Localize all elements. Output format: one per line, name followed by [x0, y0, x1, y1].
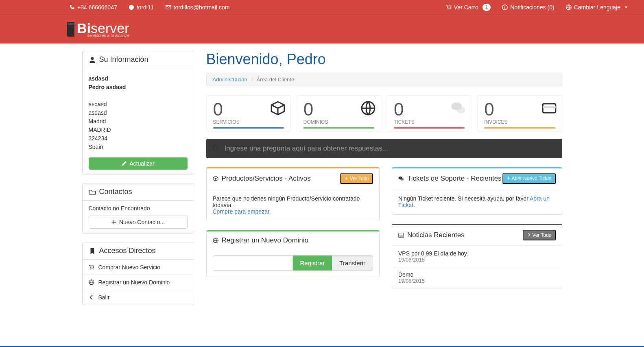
panel-title: Accesos Directos	[99, 247, 156, 255]
search-input[interactable]	[225, 144, 556, 153]
stat-invoices[interactable]: 0 INVOICES	[477, 95, 562, 131]
globe-icon	[566, 4, 572, 10]
user-country: Spain	[89, 144, 103, 150]
stat-domains[interactable]: 0 DOMINIOS	[297, 95, 381, 131]
card-products: Productos/Servicios - Activos Ver Todo P…	[206, 167, 380, 221]
cart-badge: 1	[482, 4, 491, 11]
user-name: Pedro asdasd	[89, 84, 126, 90]
user-state: MADRID	[89, 127, 111, 133]
user-icon	[89, 56, 96, 63]
cube-icon	[213, 176, 218, 181]
globe-icon	[360, 100, 376, 116]
info-icon	[502, 4, 508, 10]
register-button[interactable]: Registrar	[293, 255, 332, 271]
search-icon	[212, 145, 219, 152]
card-tickets: Tickets de Soporte - Recientes Abrir Nue…	[392, 167, 562, 215]
comments-icon	[451, 100, 466, 116]
panel-shortcuts: Accesos Directos Comprar Nuevo Servicio …	[82, 242, 194, 305]
panel-title: Contactos	[99, 188, 132, 196]
user-city: Madrid	[89, 118, 106, 124]
breadcrumb-home[interactable]: Administración	[213, 76, 247, 83]
folder-icon	[89, 188, 96, 196]
card-icon	[541, 100, 557, 116]
pencil-icon	[121, 161, 127, 166]
cart-icon	[446, 4, 452, 10]
plus-icon	[506, 176, 511, 180]
contacts-empty: Contacto no Encontrado	[83, 201, 194, 216]
cube-icon	[270, 100, 286, 116]
products-view-all-button[interactable]: Ver Todo	[340, 173, 373, 184]
envelope-icon	[166, 4, 171, 10]
plus-icon	[344, 176, 348, 180]
breadcrumb: Administración / Área del Cliente	[206, 73, 562, 86]
globe-icon	[89, 279, 94, 285]
user-zip: 324234	[89, 135, 108, 142]
cart-icon	[89, 264, 94, 270]
news-icon	[398, 232, 404, 238]
user-addr2: asdasd	[89, 109, 107, 116]
new-contact-button[interactable]: Nuevo Contacto...	[89, 216, 188, 229]
breadcrumb-current: Área del Cliente	[257, 76, 295, 83]
user-company: asdasd	[89, 75, 108, 82]
server-icon	[67, 22, 74, 37]
panel-user-info: Su Información asdasd Pedro asdasd asdas…	[82, 51, 194, 175]
topbar-notifications[interactable]: Notificaciones (0)	[502, 4, 554, 11]
phone-icon	[69, 4, 75, 10]
transfer-button[interactable]: Transferir	[332, 255, 373, 271]
skype-icon	[129, 4, 134, 10]
panel-title: Su Información	[99, 55, 148, 64]
card-register-domain: Registrar un Nuevo Dominio Registrar Tra…	[206, 230, 380, 277]
topbar-cart[interactable]: Ver Carro1	[446, 4, 491, 11]
brand-logo[interactable]: Biserver servidores a tu alcanze	[67, 21, 129, 38]
shortcut-logout[interactable]: Salir	[83, 290, 194, 305]
plus-icon	[111, 219, 117, 225]
open-ticket-button[interactable]: Abrir Nuevo Ticket	[502, 173, 556, 184]
user-addr1: asdasd	[89, 101, 107, 107]
topbar-phone[interactable]: +34 666666047	[69, 4, 117, 11]
comments-icon	[398, 176, 404, 181]
news-item[interactable]: Demo 19/08/2015	[392, 267, 562, 288]
page-title: Bienvenido, Pedro	[206, 51, 562, 68]
arrow-left-icon	[89, 295, 94, 300]
topbar-email[interactable]: tordillos@hotmail.com	[166, 4, 230, 11]
stat-tickets[interactable]: 0 TICKETS	[387, 95, 472, 131]
stat-services[interactable]: 0 SERVICIOS	[206, 95, 291, 131]
shortcut-register-domain[interactable]: Registrar un Nuevo Dominio	[83, 275, 194, 290]
update-button[interactable]: Actualizar	[89, 157, 188, 170]
news-item[interactable]: VPS por 0.99 El día de hoy. 19/08/2015	[392, 246, 562, 267]
topbar-language[interactable]: Cambiar Lenguaje	[566, 4, 628, 11]
arrow-right-icon	[527, 233, 531, 237]
shortcut-buy-service[interactable]: Comprar Nuevo Servicio	[83, 260, 194, 275]
bookmark-icon	[89, 247, 96, 255]
products-start-link[interactable]: Compre para empezar	[213, 208, 269, 215]
topbar-skype[interactable]: tordi11	[129, 4, 154, 11]
chevron-down-icon	[624, 7, 628, 8]
card-news: Noticias Recientes Ver Todo VPS por 0.99…	[392, 224, 562, 288]
panel-contacts: Contactos Contacto no Encontrado Nuevo C…	[82, 183, 194, 234]
news-view-all-button[interactable]: Ver Todo	[523, 230, 556, 240]
search-bar[interactable]	[206, 139, 562, 158]
domain-input[interactable]	[213, 255, 293, 271]
globe-icon	[213, 238, 218, 243]
